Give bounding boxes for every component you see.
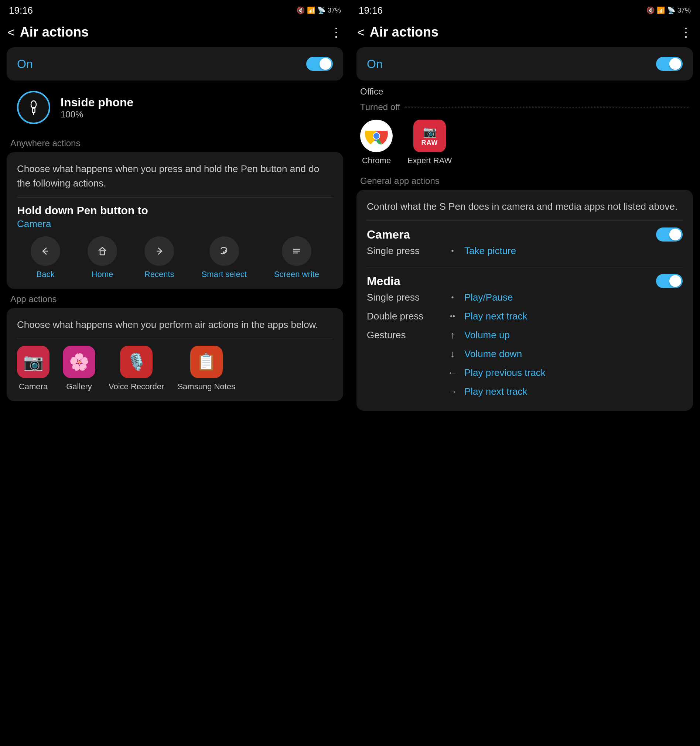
battery-left: 37% xyxy=(328,7,341,14)
media-double-dot: •• xyxy=(446,312,459,320)
divider-camera xyxy=(367,221,683,221)
media-double-value[interactable]: Play next track xyxy=(464,311,527,322)
top-bar-right: < Air actions ⋮ xyxy=(350,19,700,45)
back-button-right[interactable]: < xyxy=(357,25,364,39)
toggle-switch-right[interactable] xyxy=(656,57,683,71)
camera-title: Camera xyxy=(367,228,410,242)
general-desc: Control what the S Pen does in camera an… xyxy=(367,199,683,214)
turned-off-apps-row: Chrome 📷 RAW Expert RAW xyxy=(350,115,700,172)
status-bar-right: 19:16 🔇 📶 📡 37% xyxy=(350,0,700,19)
gallery-app-icon: 🌸 xyxy=(63,346,95,378)
media-single-label: Single press xyxy=(367,292,441,303)
action-circle-smart-select xyxy=(209,236,239,266)
app-actions-label: App actions xyxy=(0,290,350,307)
voice-app-icon: 🎙️ xyxy=(120,346,152,378)
top-bar-left: < Air actions ⋮ xyxy=(0,19,350,45)
toggle-label-right: On xyxy=(367,57,383,71)
app-item-gallery[interactable]: 🌸 Gallery xyxy=(63,346,95,391)
back-button-left[interactable]: < xyxy=(8,25,15,39)
right-panel: 19:16 🔇 📶 📡 37% < Air actions ⋮ On Offic… xyxy=(350,0,700,746)
status-icons-left: 🔇 📶 📡 37% xyxy=(297,6,341,14)
app-item-chrome[interactable]: Chrome xyxy=(360,120,393,165)
camera-app-name: Camera xyxy=(19,382,48,391)
media-section-header: Media xyxy=(367,274,683,288)
status-icons-right: 🔇 📶 📡 37% xyxy=(646,6,691,14)
arrow-left-icon: ← xyxy=(446,367,459,379)
notes-app-icon: 📋 xyxy=(190,346,223,378)
action-item-recents[interactable]: Recents xyxy=(145,236,175,279)
app-actions-desc: Choose what happens when you perform air… xyxy=(17,317,333,332)
action-circle-screen-write xyxy=(282,236,312,266)
pen-battery: 100% xyxy=(60,109,133,120)
media-gesture-label: Gestures xyxy=(367,329,441,341)
menu-button-left[interactable]: ⋮ xyxy=(330,25,342,39)
office-label: Office xyxy=(350,83,700,99)
toggle-label-left: On xyxy=(17,57,33,71)
app-item-camera[interactable]: 📷 Camera xyxy=(17,346,50,391)
media-volume-up[interactable]: Volume up xyxy=(464,329,510,341)
voice-app-name: Voice Recorder xyxy=(108,382,164,391)
action-name-back: Back xyxy=(36,269,55,279)
media-toggle[interactable] xyxy=(656,274,683,288)
divider-1 xyxy=(17,197,333,198)
status-bar-left: 19:16 🔇 📶 📡 37% xyxy=(0,0,350,19)
app-item-samsung-notes[interactable]: 📋 Samsung Notes xyxy=(177,346,235,391)
action-name-screen-write: Screen write xyxy=(274,269,319,279)
app-item-voice-recorder[interactable]: 🎙️ Voice Recorder xyxy=(108,346,164,391)
arrow-down-icon: ↓ xyxy=(446,348,459,360)
media-prev-track[interactable]: Play previous track xyxy=(464,367,546,379)
arrow-up-icon: ↑ xyxy=(446,329,459,341)
action-circle-recents xyxy=(145,236,174,266)
action-item-home[interactable]: Home xyxy=(87,236,117,279)
anywhere-desc: Choose what happens when you press and h… xyxy=(17,162,333,191)
anywhere-actions-label: Anywhere actions xyxy=(0,134,350,151)
general-app-label: General app actions xyxy=(350,172,700,188)
camera-section-header: Camera xyxy=(367,227,683,242)
toggle-switch-left[interactable] xyxy=(306,57,333,71)
media-single-value[interactable]: Play/Pause xyxy=(464,292,513,303)
camera-single-dot: • xyxy=(446,247,459,255)
battery-right: 37% xyxy=(677,7,691,14)
hold-value[interactable]: Camera xyxy=(17,218,333,230)
action-circle-home xyxy=(87,236,117,266)
media-gesture-up-row: Gestures ↑ Volume up xyxy=(367,326,683,344)
menu-button-right[interactable]: ⋮ xyxy=(680,25,692,39)
notes-app-name: Samsung Notes xyxy=(177,382,235,391)
raw-label: Expert RAW xyxy=(408,156,452,165)
media-gesture-right-row: → Play next track xyxy=(367,382,683,401)
media-double-label: Double press xyxy=(367,311,441,322)
camera-toggle[interactable] xyxy=(656,227,683,242)
app-item-raw[interactable]: 📷 RAW Expert RAW xyxy=(408,120,452,165)
media-volume-down[interactable]: Volume down xyxy=(464,348,522,360)
media-gesture-down-row: ↓ Volume down xyxy=(367,344,683,363)
arrow-right-icon: → xyxy=(446,386,459,397)
pen-status: Inside phone 100% xyxy=(7,83,343,132)
raw-camera-sym: 📷 xyxy=(423,125,437,138)
time-left: 19:16 xyxy=(9,5,33,16)
action-item-screen-write[interactable]: Screen write xyxy=(274,236,319,279)
media-single-dot: • xyxy=(446,293,459,302)
action-item-back[interactable]: Back xyxy=(31,236,60,279)
svg-point-10 xyxy=(373,133,379,139)
raw-text: RAW xyxy=(422,139,438,147)
mute-icon-right: 🔇 xyxy=(646,6,655,14)
anywhere-actions-card: Choose what happens when you press and h… xyxy=(7,152,343,289)
toggle-row-right: On xyxy=(357,47,693,81)
gallery-app-name: Gallery xyxy=(66,382,92,391)
pen-info: Inside phone 100% xyxy=(60,96,133,120)
general-app-card: Control what the S Pen does in camera an… xyxy=(357,190,693,411)
media-next-track[interactable]: Play next track xyxy=(464,386,527,397)
camera-single-value[interactable]: Take picture xyxy=(464,245,516,257)
action-item-smart-select[interactable]: Smart select xyxy=(202,236,247,279)
wifi-icon: 📶 xyxy=(307,6,315,14)
divider-media xyxy=(367,267,683,268)
divider-2 xyxy=(17,338,333,339)
app-actions-card: Choose what happens when you perform air… xyxy=(7,308,343,401)
wifi-icon-right: 📶 xyxy=(657,6,665,14)
dotted-divider xyxy=(404,107,689,107)
signal-icon: 📡 xyxy=(317,6,325,14)
camera-single-press-row: Single press • Take picture xyxy=(367,242,683,260)
time-right: 19:16 xyxy=(359,5,383,16)
action-icons-row: Back Home xyxy=(17,236,333,279)
page-title-left: Air actions xyxy=(20,24,325,40)
